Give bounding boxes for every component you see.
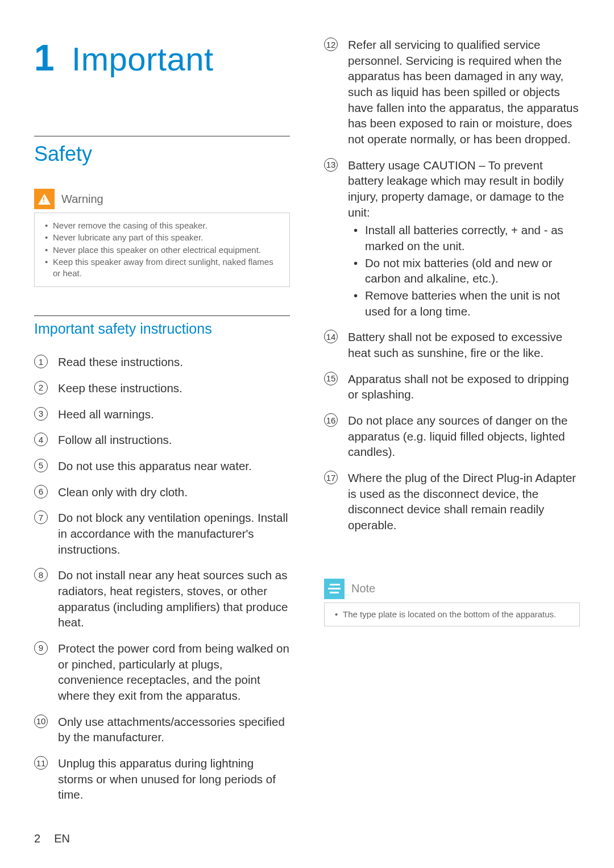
sub-bullets: Install all batteries correctly, + and -… (348, 222, 580, 319)
instructions-list-left: 1Read these instructions. 2Keep these in… (34, 354, 290, 803)
item-text: Battery usage CAUTION – To prevent batte… (348, 159, 564, 219)
right-column: 12Refer all servicing to qualified servi… (324, 37, 580, 813)
item-text: Unplug this apparatus during lightning s… (58, 757, 276, 801)
item-text: Do not use this apparatus near water. (58, 459, 252, 472)
instruction-item: 16Do not place any sources of danger on … (324, 413, 580, 460)
page-footer: 2 EN (34, 832, 70, 845)
item-number: 7 (34, 510, 48, 524)
instruction-item: 1Read these instructions. (34, 354, 290, 370)
warning-icon (34, 189, 55, 209)
note-box: Note The type plate is located on the bo… (324, 579, 580, 626)
note-icon (324, 579, 345, 599)
instruction-item: 11Unplug this apparatus during lightning… (34, 755, 290, 803)
warning-item: Never remove the casing of this speaker. (43, 220, 281, 231)
instruction-item: 9Protect the power cord from being walke… (34, 641, 290, 704)
item-number: 12 (324, 38, 338, 51)
subsection-title: Important safety instructions (34, 321, 290, 337)
page-content: 1Important Safety Warning Never remove t… (0, 0, 614, 836)
note-body: The type plate is located on the bottom … (324, 603, 580, 626)
instruction-item: 15Apparatus shall not be exposed to drip… (324, 371, 580, 402)
instruction-item: 7Do not block any ventilation openings. … (34, 510, 290, 557)
item-text: Do not block any ventilation openings. I… (58, 511, 288, 555)
note-item: The type plate is located on the bottom … (333, 609, 571, 620)
item-text: Protect the power cord from being walked… (58, 642, 289, 702)
item-text: Apparatus shall not be exposed to drippi… (348, 372, 569, 401)
item-number: 17 (324, 471, 338, 484)
item-text: Battery shall not be exposed to excessiv… (348, 330, 562, 359)
section-title: Safety (34, 142, 290, 166)
item-number: 6 (34, 485, 48, 499)
item-number: 4 (34, 433, 48, 446)
chapter-title: 1Important (34, 37, 290, 79)
item-text: Follow all instructions. (58, 433, 172, 446)
sub-bullet-item: Remove batteries when the unit is not us… (348, 288, 580, 319)
chapter-number: 1 (34, 38, 55, 78)
item-number: 1 (34, 355, 48, 368)
section-rule (34, 136, 290, 136)
warning-item: Never place this speaker on other electr… (43, 244, 281, 256)
page-number: 2 (34, 832, 40, 845)
item-text: Do not install near any heat sources suc… (58, 568, 288, 629)
item-text: Do not place any sources of danger on th… (348, 414, 567, 458)
item-text: Refer all servicing to qualified service… (348, 38, 579, 146)
instruction-item: 10Only use attachments/accessories speci… (34, 714, 290, 745)
warning-box: Warning Never remove the casing of this … (34, 189, 290, 287)
item-text: Heed all warnings. (58, 408, 154, 421)
instruction-item: 12Refer all servicing to qualified servi… (324, 37, 580, 147)
item-number: 14 (324, 330, 338, 343)
sub-bullet-item: Do not mix batteries (old and new or car… (348, 255, 580, 286)
item-number: 8 (34, 568, 48, 582)
item-text: Clean only with dry cloth. (58, 485, 188, 499)
item-text: Read these instructions. (58, 355, 183, 368)
note-header: Note (324, 579, 580, 599)
sub-bullet-item: Install all batteries correctly, + and -… (348, 222, 580, 254)
item-number: 3 (34, 407, 48, 421)
instruction-item: 3Heed all warnings. (34, 406, 290, 422)
item-number: 16 (324, 413, 338, 427)
instruction-item: 17Where the plug of the Direct Plug-in A… (324, 470, 580, 533)
warning-label: Warning (61, 193, 103, 206)
warning-item: Never lubricate any part of this speaker… (43, 232, 281, 243)
item-number: 11 (34, 756, 48, 770)
instruction-item: 5Do not use this apparatus near water. (34, 458, 290, 474)
instruction-item: 14Battery shall not be exposed to excess… (324, 329, 580, 360)
chapter-title-text: Important (72, 40, 214, 77)
left-column: 1Important Safety Warning Never remove t… (34, 37, 290, 813)
item-number: 9 (34, 641, 48, 655)
subsection-rule (34, 315, 290, 316)
instruction-item: 8Do not install near any heat sources su… (34, 567, 290, 630)
warning-header: Warning (34, 189, 290, 209)
item-number: 5 (34, 459, 48, 472)
item-number: 15 (324, 372, 338, 385)
item-text: Only use attachments/accessories specifi… (58, 715, 285, 744)
item-text: Keep these instructions. (58, 381, 182, 394)
item-number: 13 (324, 158, 338, 172)
language-code: EN (54, 832, 70, 845)
instruction-item: 13 Battery usage CAUTION – To prevent ba… (324, 157, 580, 319)
item-text: Where the plug of the Direct Plug-in Ada… (348, 471, 576, 531)
warning-item: Keep this speaker away from direct sunli… (43, 256, 281, 280)
instruction-item: 2Keep these instructions. (34, 380, 290, 396)
instruction-item: 6Clean only with dry cloth. (34, 484, 290, 500)
warning-body: Never remove the casing of this speaker.… (34, 213, 290, 287)
item-number: 2 (34, 381, 48, 394)
instructions-list-right: 12Refer all servicing to qualified servi… (324, 37, 580, 533)
instruction-item: 4Follow all instructions. (34, 432, 290, 448)
item-number: 10 (34, 715, 48, 728)
note-label: Note (351, 582, 375, 595)
